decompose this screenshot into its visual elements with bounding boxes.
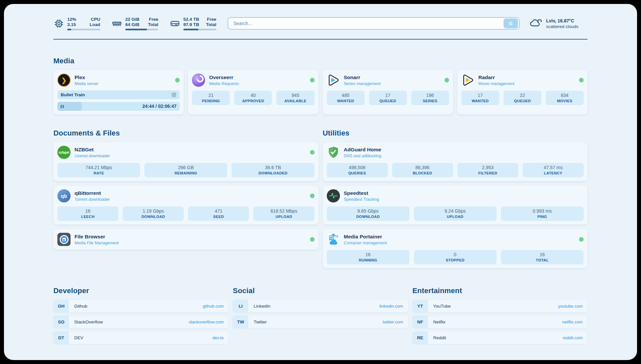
search-input[interactable]	[228, 21, 504, 26]
radarr-card[interactable]: Radarr Movie management 17 WANTED 22 QUE…	[457, 70, 588, 114]
disk-progress-fill	[183, 29, 198, 30]
link-tag: TW	[233, 316, 248, 328]
stat-label: STOPPED	[415, 258, 495, 262]
stat-value: 16	[59, 208, 117, 214]
dashboard-panel: 12%CPU 3.15Load	[4, 4, 637, 360]
stat-value: 86,396	[393, 165, 452, 170]
bookmarks-grid: Developer GH Github github.com SO StackO…	[53, 287, 588, 344]
link-linkedin[interactable]: LI LinkedIn linkedin.com	[233, 300, 408, 312]
stat-value: 0	[415, 252, 495, 257]
link-stackoverflow[interactable]: SO StackOverflow stackoverflow.com	[53, 316, 229, 328]
disk-progress-bar	[183, 29, 216, 30]
app-subtitle: Movie management	[478, 81, 515, 86]
stat-box: 196 SERIES	[411, 91, 449, 105]
stat-value: 196	[412, 93, 448, 98]
gear-icon[interactable]	[171, 92, 176, 97]
speedtest-card[interactable]: Speedtest Speedtest Tracking 9.65 Gbps D…	[323, 186, 588, 225]
stat-box: 0.993 ms PING	[501, 206, 584, 221]
link-github[interactable]: GH Github github.com	[53, 300, 229, 312]
app-title: Plex	[75, 75, 98, 80]
stat-box: 40 APPROVED	[234, 91, 272, 105]
media-section-heading: Media	[53, 57, 588, 65]
ram-stat: 22 GiBFree 64 GiBTotal	[111, 17, 158, 30]
link-url: linkedin.com	[379, 304, 403, 309]
portainer-card[interactable]: Media Portainer Container management 16 …	[323, 229, 588, 268]
link-tag: DT	[53, 331, 69, 344]
stat-box: 22 QUEUED	[504, 91, 541, 105]
stat-label: WANTED	[328, 99, 363, 103]
app-subtitle: Usenet downloader	[75, 154, 110, 158]
stat-value: 945	[278, 93, 313, 98]
ram-total: 64 GiB	[125, 22, 139, 27]
stat-value: 16	[328, 252, 408, 257]
stat-label: DOWNLOADED	[233, 171, 313, 175]
developer-section: Developer GH Github github.com SO StackO…	[53, 287, 229, 344]
plex-icon: ❯	[57, 74, 71, 87]
stat-box: 16 TOTAL	[501, 250, 584, 264]
top-bar: 12%CPU 3.15Load	[53, 15, 588, 32]
stat-label: QUEUED	[370, 99, 406, 103]
stat-value: 39.6 TB	[233, 165, 313, 170]
now-playing-bar: Bullet Train	[57, 90, 180, 99]
stat-label: QUERIES	[328, 171, 386, 175]
link-name: YouTube	[433, 304, 451, 309]
stat-label: SEED	[189, 215, 248, 219]
stat-value: 40	[235, 93, 271, 98]
link-tag: LI	[233, 300, 248, 312]
disk-total-label: Total	[206, 22, 216, 27]
stat-label: QUEUED	[505, 99, 540, 103]
stat-box: 9.24 Gbps UPLOAD	[414, 206, 497, 221]
nzbget-card[interactable]: nzbget NZBGet Usenet downloader 744.21 M…	[53, 142, 319, 181]
app-title: NZBGet	[75, 147, 110, 153]
cpu-load-label: Load	[90, 22, 100, 27]
link-youtube[interactable]: YT YouTube youtube.com	[412, 300, 588, 312]
portainer-icon	[327, 233, 340, 246]
playback-progress-fill	[57, 102, 82, 111]
link-name: Twitter	[254, 319, 267, 324]
stat-value: 22	[505, 93, 540, 98]
disk-total: 97.9 TB	[183, 22, 199, 27]
stat-box: 0 STOPPED	[414, 250, 497, 264]
entertainment-heading: Entertainment	[412, 287, 588, 295]
stat-label: PING	[502, 215, 582, 219]
link-netflix[interactable]: NF Netflix netflix.com	[412, 316, 588, 328]
now-playing-title: Bullet Train	[61, 92, 85, 97]
filebrowser-card[interactable]: File Browser Media File Management	[53, 229, 319, 250]
stat-label: AVAILABLE	[278, 99, 313, 103]
link-twitter[interactable]: TW Twitter twitter.com	[233, 316, 408, 328]
stat-box: 39.6 TB DOWNLOADED	[231, 163, 314, 177]
qbittorrent-icon: qb	[57, 189, 71, 202]
status-dot	[444, 78, 449, 82]
cpu-stat: 12%CPU 3.15Load	[53, 17, 100, 30]
app-subtitle: Speedtest Tracking	[344, 197, 379, 202]
adguard-card[interactable]: AdGuard Home DNS and adblocking 498,508 …	[323, 142, 588, 181]
documents-column: nzbget NZBGet Usenet downloader 744.21 M…	[53, 142, 319, 250]
search-engine-button[interactable]: G	[504, 18, 518, 28]
weather-condition: scattered clouds	[546, 24, 578, 29]
sonarr-card[interactable]: Sonarr Series management 485 WANTED 17 Q…	[323, 70, 453, 114]
disk-free: 52.4 TB	[183, 17, 199, 22]
stat-value: 744.21 Mbps	[59, 165, 139, 170]
link-dev[interactable]: DT DEV dev.to	[53, 331, 229, 344]
stat-value: 485	[328, 93, 363, 98]
app-subtitle: Torrent downloader	[75, 197, 110, 202]
app-subtitle: Media server	[75, 81, 98, 86]
cpu-progress-bar	[67, 29, 100, 30]
weather-location-temp: Lviv, 16.87°C	[546, 18, 578, 23]
link-tag: NF	[412, 316, 428, 328]
stat-label: RATE	[59, 171, 139, 175]
link-name: Reddit	[433, 335, 446, 340]
header-divider	[53, 39, 588, 40]
ram-progress-fill	[125, 29, 147, 30]
plex-card[interactable]: ❯ Plex Media server Bullet Train	[53, 70, 184, 114]
app-subtitle: DNS and adblocking	[344, 154, 382, 158]
status-dot	[579, 237, 584, 242]
stat-box: 485 WANTED	[327, 91, 365, 105]
stat-label: BLOCKED	[393, 171, 452, 175]
link-reddit[interactable]: RE Reddit reddit.com	[412, 331, 588, 344]
overseerr-card[interactable]: Overseerr Media Requests 21 PENDING 40 A…	[188, 70, 318, 114]
filebrowser-icon	[57, 233, 71, 246]
stat-label: LEECH	[59, 215, 117, 219]
stat-box: 266 GB REMAINING	[144, 163, 227, 177]
qbittorrent-card[interactable]: qb qBittorrent Torrent downloader 16 LEE…	[53, 186, 319, 225]
